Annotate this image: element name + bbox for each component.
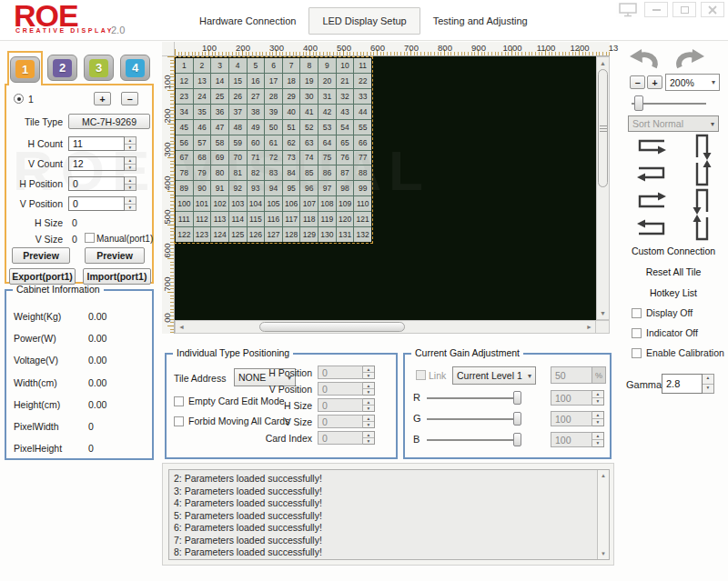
horizontal-snake-top-arrow-right-icon[interactable]: [634, 191, 669, 211]
tile-tab-1[interactable]: 1: [7, 51, 43, 85]
grid-tile-35[interactable]: 35: [194, 105, 211, 119]
forbid-moving-all-cards-checkbox[interactable]: [174, 416, 184, 426]
grid-tile-6[interactable]: 6: [265, 58, 282, 73]
grid-tile-9[interactable]: 9: [318, 58, 336, 73]
channel-input-r[interactable]: 100: [551, 390, 592, 406]
vertical-snake-arrow-down-icon[interactable]: [692, 132, 713, 161]
spinner-arrows[interactable]: ▴▾: [363, 398, 375, 412]
grid-tile-54[interactable]: 54: [337, 120, 354, 135]
grid-tile-34[interactable]: 34: [176, 105, 193, 119]
grid-tile-85[interactable]: 85: [300, 165, 318, 180]
grid-tile-81[interactable]: 81: [229, 165, 247, 180]
grid-tile-76[interactable]: 76: [337, 151, 354, 165]
spinner-arrows[interactable]: ▴▾: [592, 411, 604, 426]
preview-left-button[interactable]: Preview: [12, 247, 70, 264]
spinner-arrows[interactable]: ▴▾: [125, 136, 136, 151]
grid-tile-107[interactable]: 107: [300, 196, 318, 211]
grid-tile-21[interactable]: 21: [337, 74, 354, 88]
grid-tile-120[interactable]: 120: [337, 212, 354, 226]
grid-tile-99[interactable]: 99: [354, 181, 371, 195]
canvas-horizontal-scrollbar[interactable]: ◄ ►: [175, 320, 596, 334]
grid-tile-104[interactable]: 104: [248, 196, 265, 211]
channel-slider-thumb-r[interactable]: [513, 391, 521, 405]
field-input-v-size[interactable]: 0: [318, 415, 363, 428]
grid-tile-108[interactable]: 108: [318, 196, 336, 211]
grid-tile-40[interactable]: 40: [283, 105, 300, 119]
grid-tile-62[interactable]: 62: [283, 135, 300, 150]
horizontal-snake-top-arrow-left-icon[interactable]: [634, 218, 669, 238]
channel-input-b[interactable]: 100: [551, 432, 592, 447]
tile-tab-button-4[interactable]: 4: [120, 55, 150, 81]
grid-tile-115[interactable]: 115: [248, 212, 265, 226]
channel-slider-thumb-b[interactable]: [513, 433, 521, 446]
grid-tile-19[interactable]: 19: [300, 74, 318, 88]
close-button[interactable]: [701, 2, 724, 17]
channel-slider-thumb-g[interactable]: [513, 412, 521, 426]
minimize-button[interactable]: [644, 2, 668, 17]
grid-tile-111[interactable]: 111: [176, 212, 193, 226]
spinner-arrows[interactable]: ▴▾: [363, 431, 375, 445]
grid-tile-36[interactable]: 36: [211, 105, 228, 119]
grid-tile-50[interactable]: 50: [265, 120, 282, 135]
grid-tile-98[interactable]: 98: [337, 181, 354, 195]
spinner-arrows[interactable]: ▴▾: [363, 382, 375, 396]
grid-tile-58[interactable]: 58: [211, 135, 228, 150]
grid-tile-63[interactable]: 63: [300, 135, 318, 150]
grid-tile-96[interactable]: 96: [300, 181, 318, 195]
grid-tile-10[interactable]: 10: [337, 58, 354, 73]
log-textarea[interactable]: 2: Parameters loaded successfully! 3: Pa…: [168, 469, 610, 560]
hotkey-list-button[interactable]: Hotkey List: [619, 287, 728, 298]
grid-tile-82[interactable]: 82: [248, 165, 265, 180]
grid-tile-64[interactable]: 64: [318, 135, 336, 150]
spinner-arrows[interactable]: ▴▾: [125, 176, 136, 191]
grid-tile-52[interactable]: 52: [300, 120, 318, 135]
scroll-up-arrow-icon[interactable]: ▲: [597, 57, 609, 69]
grid-tile-2[interactable]: 2: [194, 58, 211, 73]
grid-tile-80[interactable]: 80: [211, 165, 228, 180]
grid-tile-74[interactable]: 74: [300, 151, 318, 165]
grid-tile-3[interactable]: 3: [211, 58, 228, 73]
grid-tile-23[interactable]: 23: [176, 89, 193, 104]
grid-tile-101[interactable]: 101: [194, 196, 211, 211]
scroll-right-arrow-icon[interactable]: ►: [583, 321, 595, 333]
grid-tile-95[interactable]: 95: [283, 181, 300, 195]
grid-tile-51[interactable]: 51: [283, 120, 300, 135]
grid-tile-100[interactable]: 100: [176, 196, 193, 211]
current-level-dropdown[interactable]: Current Level 1 ▾: [452, 366, 536, 385]
grid-tile-49[interactable]: 49: [248, 120, 265, 135]
log-scrollbar[interactable]: ▲ ▼: [597, 470, 609, 559]
indicator-off-checkbox[interactable]: [632, 328, 642, 338]
grid-tile-72[interactable]: 72: [265, 151, 282, 165]
scroll-left-arrow-icon[interactable]: ◄: [176, 321, 187, 333]
grid-tile-126[interactable]: 126: [248, 227, 265, 242]
grid-tile-48[interactable]: 48: [229, 120, 247, 135]
grid-tile-65[interactable]: 65: [337, 135, 354, 150]
vertical-scroll-thumb[interactable]: [598, 69, 608, 187]
grid-tile-44[interactable]: 44: [354, 105, 371, 119]
horizontal-snake-arrow-left-icon[interactable]: [634, 164, 669, 184]
vertical-snake-left-arrow-down-icon[interactable]: [692, 186, 713, 215]
grid-tile-41[interactable]: 41: [300, 105, 318, 119]
grid-tile-17[interactable]: 17: [265, 74, 282, 88]
led-layout-canvas[interactable]: 1234567891011121314151617181920212223242…: [175, 56, 596, 320]
add-port-button[interactable]: +: [94, 92, 111, 105]
channel-slider-track-b[interactable]: [427, 439, 521, 441]
channel-input-g[interactable]: 100: [551, 411, 592, 426]
redo-button[interactable]: [675, 47, 706, 73]
spinner-arrows[interactable]: ▴▾: [363, 415, 375, 428]
grid-tile-110[interactable]: 110: [354, 196, 371, 211]
grid-tile-66[interactable]: 66: [354, 135, 371, 150]
grid-tile-125[interactable]: 125: [229, 227, 247, 242]
zoom-in-button[interactable]: +: [647, 75, 662, 89]
tile-type-button[interactable]: MC-7H-9269: [68, 114, 150, 129]
tile-tab-button-2[interactable]: 2: [47, 55, 77, 81]
tab-testing-and-adjusting[interactable]: Testing and Adjusting: [420, 8, 541, 34]
field-input-v-position[interactable]: 0: [68, 196, 125, 211]
grid-tile-38[interactable]: 38: [248, 105, 265, 119]
horizontal-scroll-thumb[interactable]: [259, 322, 405, 332]
grid-tile-8[interactable]: 8: [300, 58, 318, 73]
grid-tile-56[interactable]: 56: [176, 135, 193, 150]
grid-tile-26[interactable]: 26: [229, 89, 247, 104]
grid-tile-5[interactable]: 5: [248, 58, 265, 73]
grid-tile-57[interactable]: 57: [194, 135, 211, 150]
